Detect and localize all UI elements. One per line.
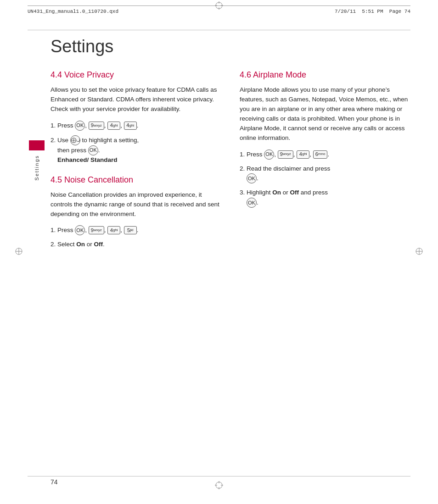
4ghi-key-am1: 4ghi bbox=[297, 150, 309, 159]
sidebar-bar bbox=[29, 140, 45, 150]
noise-cancellation-step1: 1. Press OK, 9wxyz, 4ghi, 5jkl. bbox=[51, 225, 221, 235]
rule-bottom bbox=[28, 476, 410, 476]
section-voice-privacy: 4.4 Voice Privacy Allows you to set the … bbox=[51, 70, 221, 165]
svg-marker-21 bbox=[75, 140, 76, 141]
5jkl-key-nc1: 5jkl bbox=[124, 226, 137, 234]
9wxyz-key-vp1: 9wxyz bbox=[89, 122, 104, 130]
voice-privacy-step2: 2. Use to highlight a setting, bbox=[51, 135, 221, 165]
on-label-nc: On bbox=[76, 241, 85, 248]
svg-point-17 bbox=[73, 139, 74, 141]
off-label-am: Off bbox=[290, 189, 299, 196]
main-content: Settings 4.4 Voice Privacy Allows you to… bbox=[51, 37, 410, 467]
header-bar: UN431_Eng_manual1.0_110720.qxd 7/20/11 5… bbox=[28, 6, 410, 14]
rule-top bbox=[28, 30, 410, 30]
airplane-mode-step1: 1. Press OK, 9wxyz, 4ghi, 6mno. bbox=[240, 150, 410, 160]
columns: 4.4 Voice Privacy Allows you to set the … bbox=[51, 70, 410, 254]
noise-cancellation-body: Noise Cancellation provides an improved … bbox=[51, 190, 221, 219]
svg-marker-19 bbox=[73, 141, 74, 142]
voice-privacy-step1: 1. Press OK, 9wxyz, 4ghi, 4ghi. bbox=[51, 121, 221, 131]
side-reg-left-icon bbox=[15, 247, 23, 257]
ok-key-vp1: OK bbox=[75, 121, 85, 131]
voice-privacy-note: Enhanced/ Standard bbox=[57, 156, 118, 163]
col-right: 4.6 Airplane Mode Airplane Mode allows y… bbox=[240, 70, 410, 254]
airplane-mode-body: Airplane Mode allows you to use many of … bbox=[240, 85, 410, 143]
side-reg-right-icon bbox=[415, 247, 423, 257]
ok-key-nc1: OK bbox=[75, 225, 85, 235]
off-label-nc: Off bbox=[94, 241, 103, 248]
section-noise-cancellation: 4.5 Noise Cancellation Noise Cancellatio… bbox=[51, 175, 221, 250]
airplane-mode-step2: 2. Read the disclaimer and press OK. bbox=[240, 164, 410, 184]
4ghi-key-vp1b: 4ghi bbox=[124, 122, 137, 130]
voice-privacy-body: Allows you to set the voice privacy feat… bbox=[51, 85, 221, 114]
nav-icon-vp bbox=[70, 135, 80, 145]
ok-key-am2: OK bbox=[247, 173, 257, 183]
voice-privacy-heading: 4.4 Voice Privacy bbox=[51, 70, 221, 80]
9wxyz-key-am1: 9wxyz bbox=[278, 150, 293, 159]
on-label-am: On bbox=[272, 189, 281, 196]
noise-cancellation-heading: 4.5 Noise Cancellation bbox=[51, 175, 221, 185]
page: UN431_Eng_manual1.0_110720.qxd 7/20/11 5… bbox=[0, 0, 438, 504]
noise-cancellation-step2: 2. Select On or Off. bbox=[51, 240, 221, 249]
airplane-mode-step3: 3. Highlight On or Off and press OK. bbox=[240, 188, 410, 208]
header-meta: 7/20/11 5:51 PM Page 74 bbox=[335, 9, 410, 14]
ok-key-am3: OK bbox=[247, 198, 257, 208]
header-filename: UN431_Eng_manual1.0_110720.qxd bbox=[28, 9, 118, 14]
section-airplane-mode: 4.6 Airplane Mode Airplane Mode allows y… bbox=[240, 70, 410, 208]
sidebar-label: Settings bbox=[34, 155, 39, 181]
6mno-key-am1: 6mno bbox=[313, 150, 328, 159]
col-left: 4.4 Voice Privacy Allows you to set the … bbox=[51, 70, 221, 254]
header-crosshair-icon bbox=[215, 1, 223, 11]
svg-marker-18 bbox=[73, 138, 74, 139]
9wxyz-key-nc1: 9wxyz bbox=[89, 226, 104, 234]
page-number: 74 bbox=[51, 478, 58, 486]
bottom-crosshair-icon bbox=[215, 481, 223, 491]
page-title: Settings bbox=[51, 37, 410, 56]
svg-marker-20 bbox=[72, 140, 73, 141]
sidebar: Settings bbox=[28, 138, 46, 412]
airplane-mode-heading: 4.6 Airplane Mode bbox=[240, 70, 410, 80]
4ghi-key-nc1: 4ghi bbox=[107, 226, 120, 234]
ok-key-am1: OK bbox=[264, 150, 274, 160]
4ghi-key-vp1a: 4ghi bbox=[107, 122, 120, 130]
ok-key-vp2: OK bbox=[88, 145, 98, 155]
